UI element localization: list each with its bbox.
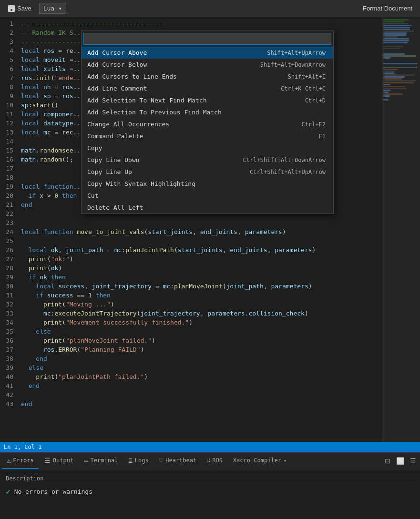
save-label: Save bbox=[17, 5, 31, 12]
menu-item-copy-syntax[interactable]: Copy With Syntax Highlighting bbox=[82, 178, 333, 190]
tab-heartbeat[interactable]: ♡ Heartbeat bbox=[154, 453, 201, 469]
menu-item-delete-all-left[interactable]: Delete All Left bbox=[82, 202, 333, 214]
chevron-down-icon: ▾ bbox=[58, 5, 62, 12]
table-row: 41 end bbox=[0, 381, 382, 390]
language-label: Lua bbox=[43, 5, 54, 12]
tab-logs-label: Logs bbox=[135, 457, 149, 464]
status-bar: Ln 1, Col 1 bbox=[0, 442, 420, 452]
menu-search-input[interactable] bbox=[83, 33, 331, 45]
check-icon: ✓ bbox=[6, 487, 10, 496]
table-row: 31 if success == 1 then bbox=[0, 291, 382, 300]
tab-ros-label: ROS bbox=[212, 457, 223, 464]
save-icon bbox=[8, 5, 15, 12]
bottom-tabs: ⚠ Errors ☰ Output ▭ Terminal ≣ Logs ♡ He… bbox=[0, 453, 420, 469]
menu-item-add-selection-prev[interactable]: Add Selection To Previous Find Match bbox=[82, 106, 333, 118]
search-row bbox=[82, 31, 333, 47]
tab-ros[interactable]: ⠿ ROS bbox=[202, 453, 227, 469]
menu-item-copy[interactable]: Copy bbox=[82, 142, 333, 154]
language-selector[interactable]: Lua ▾ bbox=[39, 3, 66, 14]
tab-errors[interactable]: ⚠ Errors bbox=[2, 453, 39, 469]
table-row: 32 print("Moving ...") bbox=[0, 300, 382, 309]
tab-logs[interactable]: ≣ Logs bbox=[123, 453, 153, 469]
editor-container: 1 -- -----------------------------------… bbox=[0, 17, 420, 442]
error-description-header: Description bbox=[6, 473, 414, 484]
no-errors-label: No errors or warnings bbox=[14, 488, 92, 495]
bottom-panel: ⚠ Errors ☰ Output ▭ Terminal ≣ Logs ♡ He… bbox=[0, 452, 420, 519]
tab-output[interactable]: ☰ Output bbox=[40, 453, 78, 469]
ros-icon: ⠿ bbox=[207, 458, 210, 463]
table-row: 40 print("planJointPath failed.") bbox=[0, 372, 382, 381]
menu-item-command-palette[interactable]: Command Palette F1 bbox=[82, 130, 333, 142]
menu-item-add-cursors-line-ends[interactable]: Add Cursors to Line Ends Shift+Alt+I bbox=[82, 71, 333, 82]
tab-terminal-label: Terminal bbox=[91, 457, 118, 464]
table-row: 26 local ok, joint_path = mc:planJointPa… bbox=[0, 245, 382, 254]
table-row: 23 bbox=[0, 218, 382, 227]
tab-terminal[interactable]: ▭ Terminal bbox=[79, 453, 123, 469]
table-row: 38 end bbox=[0, 354, 382, 363]
code-editor[interactable]: 1 -- -----------------------------------… bbox=[0, 17, 382, 442]
bottom-content: Description ✓ No errors or warnings bbox=[0, 469, 420, 519]
tab-actions: ⊟ ⬜ ☰ bbox=[383, 455, 418, 467]
output-icon: ☰ bbox=[44, 457, 51, 464]
format-document-button[interactable]: Format Document bbox=[359, 3, 416, 14]
table-row: 30 local success, joint_trajectory = mc:… bbox=[0, 282, 382, 291]
no-errors-item: ✓ No errors or warnings bbox=[6, 487, 414, 496]
menu-item-add-line-comment[interactable]: Add Line Comment Ctrl+K Ctrl+C bbox=[82, 82, 333, 94]
minimap-content bbox=[382, 17, 420, 103]
toolbar: Save Lua ▾ Format Document bbox=[0, 0, 420, 17]
menu-item-add-cursor-below[interactable]: Add Cursor Below Shift+Alt+DownArrow bbox=[82, 59, 333, 71]
table-row: 24 local function move_to_joint_vals(sta… bbox=[0, 227, 382, 236]
heartbeat-icon: ♡ bbox=[159, 457, 163, 464]
panel-more-button[interactable]: ☰ bbox=[408, 455, 418, 467]
tab-xacro-label: Xacro Compiler bbox=[233, 457, 281, 464]
context-menu: Add Cursor Above Shift+Alt+UpArrow Add C… bbox=[81, 31, 334, 214]
panel-expand-button[interactable]: ⬜ bbox=[394, 455, 406, 467]
minimap bbox=[382, 17, 420, 442]
table-row: 1 -- ----------------------------------- bbox=[0, 19, 382, 28]
tab-heartbeat-label: Heartbeat bbox=[165, 457, 196, 464]
table-row: 25 bbox=[0, 236, 382, 245]
tab-output-label: Output bbox=[53, 457, 73, 464]
tab-xacro[interactable]: Xacro Compiler ▾ bbox=[228, 453, 291, 469]
tab-errors-label: Errors bbox=[13, 457, 33, 464]
warning-icon: ⚠ bbox=[7, 457, 10, 464]
menu-item-cut[interactable]: Cut bbox=[82, 190, 333, 202]
menu-item-add-selection-next[interactable]: Add Selection To Next Find Match Ctrl+D bbox=[82, 94, 333, 106]
xacro-chevron-icon: ▾ bbox=[284, 458, 287, 463]
table-row: 33 mc:executeJointTrajectory(joint_traje… bbox=[0, 309, 382, 318]
table-row: 36 print("planMoveJoint failed.") bbox=[0, 336, 382, 345]
table-row: 43 end bbox=[0, 399, 382, 408]
table-row: 27 print("ok:") bbox=[0, 254, 382, 264]
table-row: 37 ros.ERROR("Planning FAILD") bbox=[0, 345, 382, 354]
table-row: 39 else bbox=[0, 363, 382, 372]
menu-item-change-all[interactable]: Change All Occurrences Ctrl+F2 bbox=[82, 118, 333, 130]
menu-item-add-cursor-above[interactable]: Add Cursor Above Shift+Alt+UpArrow bbox=[82, 47, 333, 59]
panel-layout-button[interactable]: ⊟ bbox=[383, 455, 392, 467]
table-row: 29 if ok then bbox=[0, 273, 382, 282]
menu-item-copy-line-up[interactable]: Copy Line Up Ctrl+Shift+Alt+UpArrow bbox=[82, 166, 333, 178]
table-row: 42 bbox=[0, 390, 382, 399]
cursor-position: Ln 1, Col 1 bbox=[4, 444, 41, 450]
table-row: 34 print("Movement successfully finished… bbox=[0, 318, 382, 327]
save-button[interactable]: Save bbox=[4, 3, 35, 14]
menu-item-copy-line-down[interactable]: Copy Line Down Ctrl+Shift+Alt+DownArrow bbox=[82, 154, 333, 166]
table-row: 35 else bbox=[0, 327, 382, 336]
table-row: 28 print(ok) bbox=[0, 264, 382, 273]
logs-icon: ≣ bbox=[128, 457, 132, 464]
terminal-icon: ▭ bbox=[84, 457, 88, 464]
